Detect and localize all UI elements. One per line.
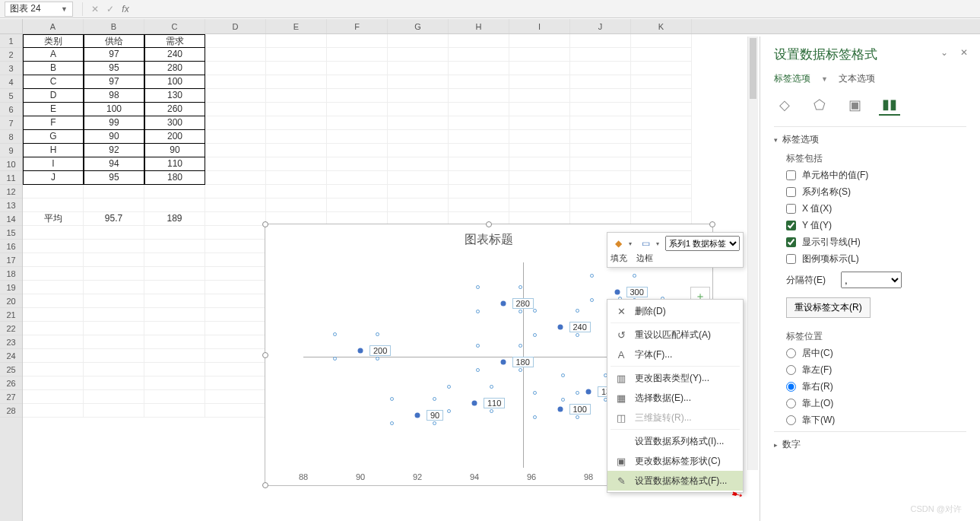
cell[interactable] [205, 144, 266, 157]
data-label[interactable]: 200 [369, 345, 391, 356]
cell[interactable] [205, 34, 266, 48]
cell[interactable] [84, 226, 144, 240]
cell[interactable] [327, 116, 388, 130]
cell[interactable] [449, 199, 509, 212]
data-point[interactable] [614, 289, 620, 294]
cell[interactable]: 97 [84, 48, 144, 62]
cell[interactable] [266, 199, 327, 212]
row-header[interactable]: 26 [0, 376, 22, 390]
cell[interactable] [23, 240, 84, 253]
cell[interactable] [205, 322, 266, 335]
cell[interactable]: 99 [84, 116, 144, 130]
size-icon[interactable]: ▣ [844, 94, 865, 116]
cell[interactable]: B [23, 62, 84, 75]
cell[interactable]: 92 [84, 144, 144, 157]
cell[interactable]: 98 [84, 89, 144, 103]
column-header[interactable]: D [205, 19, 266, 33]
row-header[interactable]: 19 [0, 281, 22, 294]
cell[interactable]: H [23, 144, 84, 157]
column-header[interactable]: F [327, 19, 388, 33]
cell[interactable] [84, 322, 144, 335]
row-header[interactable]: 27 [0, 390, 22, 404]
data-label[interactable]: 300 [626, 287, 648, 297]
cell[interactable]: 90 [144, 144, 205, 157]
label-handle[interactable] [533, 391, 537, 395]
column-header[interactable]: K [631, 19, 692, 33]
data-point[interactable] [415, 412, 420, 418]
cell[interactable] [631, 116, 692, 130]
label-handle[interactable] [376, 357, 379, 361]
cell[interactable] [205, 281, 266, 294]
cell[interactable] [570, 116, 631, 130]
cell[interactable] [449, 157, 509, 171]
cell[interactable] [388, 48, 449, 62]
cell[interactable] [23, 322, 84, 335]
cell[interactable] [205, 157, 266, 171]
data-label[interactable]: 240 [569, 322, 591, 332]
option-legend_key[interactable]: 图例项标示(L) [786, 253, 966, 265]
context-menu-item[interactable]: ▣更改数据标签形状(C) [607, 451, 743, 471]
select-all-corner[interactable] [0, 19, 22, 34]
cell[interactable] [449, 185, 509, 199]
data-label[interactable]: 90 [427, 410, 443, 421]
cell[interactable] [327, 62, 388, 75]
cell[interactable]: 90 [84, 130, 144, 144]
row-header[interactable]: 6 [0, 103, 22, 116]
cell[interactable] [266, 157, 327, 171]
cell[interactable]: 280 [144, 62, 205, 75]
label-handle[interactable] [561, 398, 565, 402]
cell[interactable] [266, 62, 327, 75]
cell[interactable] [84, 294, 144, 308]
radio[interactable] [786, 382, 796, 392]
cell[interactable] [509, 34, 570, 48]
cell[interactable]: 100 [84, 103, 144, 116]
cell[interactable] [570, 103, 631, 116]
label-handle[interactable] [561, 373, 565, 377]
cell[interactable] [144, 349, 205, 363]
cell[interactable]: 95 [84, 62, 144, 75]
cell[interactable] [205, 48, 266, 62]
cell[interactable] [266, 89, 327, 103]
cell[interactable] [205, 308, 266, 322]
label-handle[interactable] [390, 397, 394, 401]
cell[interactable] [388, 34, 449, 48]
chart-handle[interactable] [262, 221, 268, 227]
cell[interactable] [388, 103, 449, 116]
chevron-down-icon[interactable]: ▼ [821, 75, 828, 83]
context-menu-item[interactable]: 设置数据系列格式(I)... [607, 431, 743, 451]
label-handle[interactable] [519, 285, 522, 289]
tab-text-options[interactable]: 文本选项 [839, 72, 875, 85]
cell[interactable] [84, 308, 144, 322]
cell[interactable] [84, 267, 144, 281]
cell[interactable] [205, 363, 266, 376]
cell[interactable] [23, 267, 84, 281]
cell[interactable] [144, 240, 205, 253]
section-label-options[interactable]: ▾标签选项 [774, 133, 966, 146]
label-handle[interactable] [447, 385, 451, 389]
label-handle[interactable] [519, 310, 522, 313]
tab-label-options[interactable]: 标签选项 [774, 72, 810, 85]
cell[interactable]: 95 [84, 171, 144, 185]
series-selector[interactable]: 系列1 数据标签 [665, 236, 740, 251]
cell[interactable]: 130 [144, 89, 205, 103]
row-header[interactable]: 15 [0, 226, 22, 240]
option-x_value[interactable]: X 值(X) [786, 202, 966, 215]
cell[interactable]: 189 [144, 212, 205, 226]
data-point[interactable] [358, 348, 363, 353]
row-header[interactable]: 28 [0, 404, 22, 418]
radio[interactable] [786, 415, 796, 425]
cell[interactable] [509, 185, 570, 199]
cell[interactable] [266, 103, 327, 116]
option-leader_lines[interactable]: 显示引导线(H) [786, 236, 966, 249]
fill-line-icon[interactable]: ◇ [774, 94, 795, 116]
cell[interactable] [144, 185, 205, 199]
cell[interactable] [23, 253, 84, 267]
label-handle[interactable] [333, 332, 337, 336]
cell[interactable] [144, 376, 205, 390]
cell[interactable] [205, 267, 266, 281]
cell[interactable] [509, 75, 570, 89]
data-point[interactable] [586, 389, 591, 394]
cell[interactable] [570, 171, 631, 185]
cell[interactable] [509, 48, 570, 62]
row-header[interactable]: 4 [0, 75, 22, 89]
